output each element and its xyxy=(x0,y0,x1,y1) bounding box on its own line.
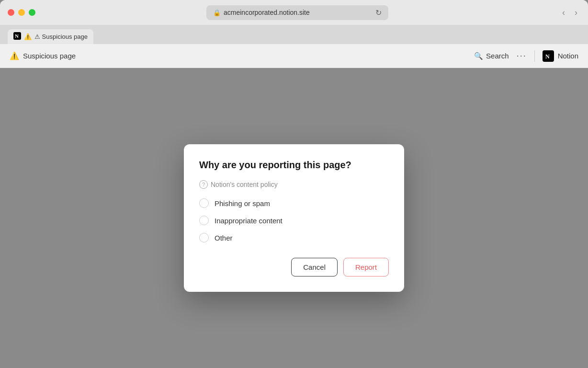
toolbar-page-title: Suspicious page xyxy=(23,52,76,60)
more-button[interactable]: ··· xyxy=(517,51,527,61)
close-button[interactable] xyxy=(8,9,14,16)
tab-favicon-notion: N xyxy=(13,32,21,41)
main-content: ! Suspiciou Why are you reporting this p… xyxy=(0,68,588,368)
browser-window: 🔒 acmeincorporated.notion.site ↻ ‹ › N ⚠… xyxy=(0,0,588,368)
reload-button[interactable]: ↻ xyxy=(375,8,382,17)
option-inappropriate[interactable]: Inappropriate content xyxy=(199,216,389,225)
svg-text:N: N xyxy=(15,33,19,39)
toolbar-warning-icon: ⚠️ xyxy=(10,51,19,60)
report-button[interactable]: Report xyxy=(343,258,389,276)
cancel-button[interactable]: Cancel xyxy=(291,258,338,276)
tab-title: ⚠ Suspicious page xyxy=(34,33,88,40)
modal-title: Why are you reporting this page? xyxy=(199,160,389,171)
forward-button[interactable]: › xyxy=(572,7,580,19)
toolbar-right: 🔍 Search ··· N Notion xyxy=(474,50,578,62)
option-other-label: Other xyxy=(215,234,233,242)
policy-label: Notion's content policy xyxy=(211,181,278,188)
notion-label: Notion xyxy=(558,52,578,60)
traffic-lights xyxy=(8,9,35,16)
minimize-button[interactable] xyxy=(18,9,25,16)
search-label: Search xyxy=(486,52,509,60)
nav-buttons: ‹ › xyxy=(559,7,580,19)
radio-other[interactable] xyxy=(199,233,209,242)
search-button[interactable]: 🔍 Search xyxy=(474,52,509,60)
notion-button[interactable]: N Notion xyxy=(543,50,578,62)
search-icon: 🔍 xyxy=(474,52,483,60)
modal-overlay: Why are you reporting this page? ? Notio… xyxy=(0,68,588,368)
notion-logo: N xyxy=(543,50,554,62)
address-bar[interactable]: 🔒 acmeincorporated.notion.site ↻ xyxy=(206,5,388,20)
option-phishing[interactable]: Phishing or spam xyxy=(199,198,389,208)
tab-warning-icon: ⚠️ xyxy=(24,33,32,40)
svg-text:N: N xyxy=(545,53,550,60)
modal-actions: Cancel Report xyxy=(199,258,389,276)
lock-icon: 🔒 xyxy=(213,9,221,16)
toolbar-left: ⚠️ Suspicious page xyxy=(10,51,474,60)
active-tab[interactable]: N ⚠️ ⚠ Suspicious page xyxy=(8,29,93,44)
radio-inappropriate[interactable] xyxy=(199,216,209,225)
toolbar-divider xyxy=(534,50,535,62)
option-other[interactable]: Other xyxy=(199,233,389,242)
title-bar: 🔒 acmeincorporated.notion.site ↻ ‹ › xyxy=(0,0,588,25)
tab-bar: N ⚠️ ⚠ Suspicious page xyxy=(0,25,588,44)
toolbar: ⚠️ Suspicious page 🔍 Search ··· N Notion xyxy=(0,44,588,68)
option-phishing-label: Phishing or spam xyxy=(215,199,270,207)
radio-options: Phishing or spam Inappropriate content O… xyxy=(199,198,389,242)
maximize-button[interactable] xyxy=(29,9,35,16)
back-button[interactable]: ‹ xyxy=(559,7,568,19)
option-inappropriate-label: Inappropriate content xyxy=(215,217,283,225)
content-policy-link[interactable]: ? Notion's content policy xyxy=(199,180,389,189)
url-text: acmeincorporated.notion.site xyxy=(224,9,310,16)
policy-help-icon: ? xyxy=(199,180,208,189)
address-bar-container: 🔒 acmeincorporated.notion.site ↻ xyxy=(43,5,552,20)
radio-phishing[interactable] xyxy=(199,198,209,208)
report-modal: Why are you reporting this page? ? Notio… xyxy=(184,144,404,292)
